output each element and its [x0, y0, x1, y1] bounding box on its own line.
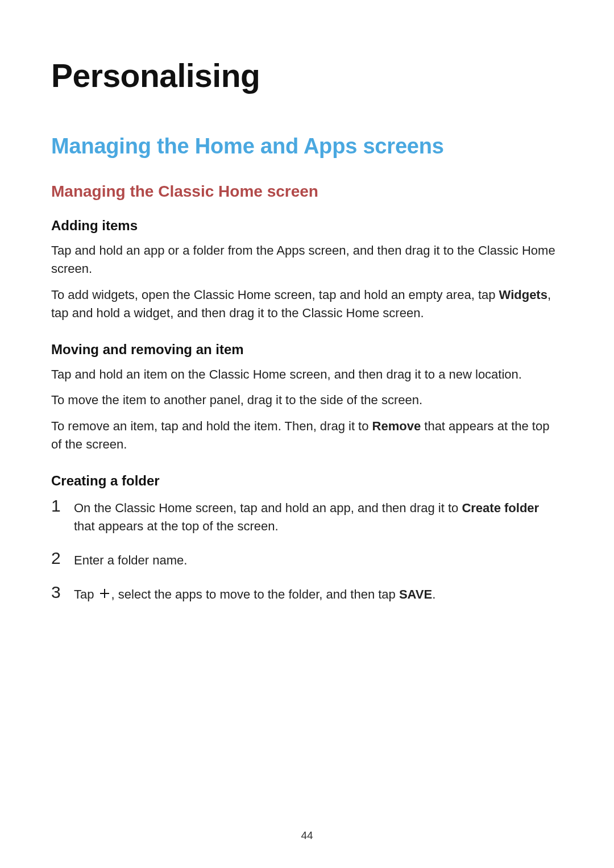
- text-fragment: .: [432, 587, 435, 601]
- step-number: 3: [51, 583, 74, 601]
- step-text: Tap , select the apps to move to the fol…: [74, 583, 563, 604]
- step-row: 1 On the Classic Home screen, tap and ho…: [51, 497, 563, 535]
- bold-term-remove: Remove: [372, 419, 421, 433]
- bold-term-widgets: Widgets: [499, 288, 547, 302]
- text-fragment: Tap: [74, 587, 98, 601]
- bold-term-create-folder: Create folder: [462, 501, 539, 515]
- document-title: Personalising: [51, 57, 563, 94]
- text-fragment: To remove an item, tap and hold the item…: [51, 419, 372, 433]
- bold-term-save: SAVE: [399, 587, 432, 601]
- topic-heading: Moving and removing an item: [51, 342, 563, 358]
- step-row: 3 Tap , select the apps to move to the f…: [51, 583, 563, 604]
- step-text: On the Classic Home screen, tap and hold…: [74, 497, 563, 535]
- plus-icon: [99, 586, 110, 604]
- topic-moving-removing: Moving and removing an item Tap and hold…: [51, 342, 563, 454]
- page-number: 44: [0, 829, 614, 842]
- body-text: To move the item to another panel, drag …: [51, 391, 563, 409]
- text-fragment: that appears at the top of the screen.: [74, 519, 279, 533]
- step-number: 1: [51, 497, 74, 515]
- topic-heading: Creating a folder: [51, 473, 563, 489]
- topic-creating-folder: Creating a folder 1 On the Classic Home …: [51, 473, 563, 604]
- step-row: 2 Enter a folder name.: [51, 549, 563, 570]
- topic-heading: Adding items: [51, 218, 563, 234]
- topic-adding-items: Adding items Tap and hold an app or a fo…: [51, 218, 563, 322]
- body-text: Tap and hold an app or a folder from the…: [51, 242, 563, 278]
- text-fragment: On the Classic Home screen, tap and hold…: [74, 501, 462, 515]
- body-text: To remove an item, tap and hold the item…: [51, 417, 563, 454]
- subsection-title: Managing the Classic Home screen: [51, 182, 563, 201]
- step-text: Enter a folder name.: [74, 549, 563, 570]
- step-number: 2: [51, 549, 74, 567]
- section-title: Managing the Home and Apps screens: [51, 134, 563, 159]
- text-fragment: To add widgets, open the Classic Home sc…: [51, 288, 499, 302]
- body-text: Tap and hold an item on the Classic Home…: [51, 366, 563, 384]
- text-fragment: , select the apps to move to the folder,…: [111, 587, 399, 601]
- body-text: To add widgets, open the Classic Home sc…: [51, 286, 563, 322]
